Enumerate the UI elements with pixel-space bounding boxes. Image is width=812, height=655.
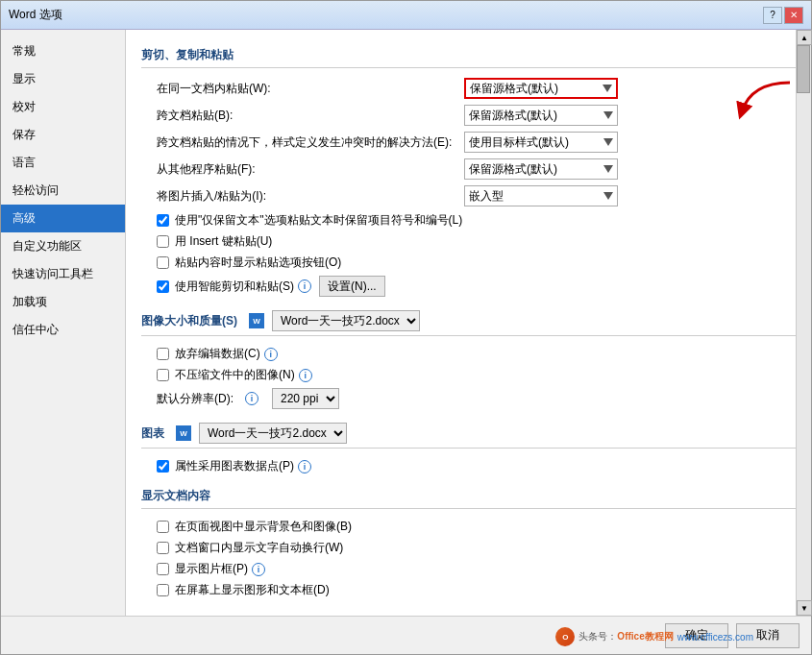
main-panel: 剪切、复制和粘贴 在同一文档内粘贴(W): 保留源格式(默认) 跨文档粘贴(B)… — [126, 30, 811, 616]
resolution-row: 默认分辨率(D): i 96 ppi 150 ppi 220 ppi 330 p… — [141, 388, 796, 409]
main-scroll-area[interactable]: 剪切、复制和粘贴 在同一文档内粘贴(W): 保留源格式(默认) 跨文档粘贴(B)… — [126, 30, 811, 616]
resolution-label: 默认分辨率(D): — [157, 391, 234, 407]
checkbox-insert-key-row: 用 Insert 键粘贴(U) — [141, 233, 796, 250]
checkbox-insert-key[interactable] — [157, 235, 169, 248]
word-options-window: Word 选项 ? ✕ 常规 显示 校对 保存 语言 轻松访问 高级 自定义功能… — [0, 0, 812, 655]
paste-same-doc-select[interactable]: 保留源格式(默认) — [464, 78, 618, 99]
sidebar-item-trust[interactable]: 信任中心 — [1, 316, 125, 344]
paste-other-program-label: 从其他程序粘贴(F): — [157, 161, 464, 178]
checkbox-bg-image-label[interactable]: 在页面视图中显示背景色和图像(B) — [175, 519, 352, 535]
checkbox-shapes-label[interactable]: 在屏幕上显示图形和文本框(D) — [175, 582, 330, 598]
picture-frame-info-icon[interactable]: i — [252, 563, 265, 576]
checkbox-keep-bullets-label[interactable]: 使用"仅保留文本"选项粘贴文本时保留项目符号和编号(L) — [175, 212, 462, 229]
smart-cut-settings-button[interactable]: 设置(N)... — [319, 276, 385, 297]
close-button[interactable]: ✕ — [784, 7, 803, 24]
paste-cross-doc-row: 跨文档粘贴(B): 保留源格式(默认) — [141, 105, 796, 126]
image-size-header-text: 图像大小和质量(S) — [141, 313, 237, 329]
sidebar-item-addins[interactable]: 加载项 — [1, 288, 125, 316]
checkbox-smart-cut-label[interactable]: 使用智能剪切和粘贴(S) — [175, 279, 294, 295]
scroll-thumb[interactable] — [797, 45, 810, 93]
paste-style-conflict-select[interactable]: 使用目标样式(默认) — [464, 132, 618, 153]
section-chart-header: 图表 W Word一天一技巧2.docx — [141, 423, 796, 449]
checkbox-chart-properties[interactable] — [157, 460, 169, 473]
scroll-up-button[interactable]: ▲ — [797, 30, 811, 45]
scroll-down-button[interactable]: ▼ — [797, 600, 811, 616]
checkbox-no-compress[interactable] — [157, 369, 169, 381]
sidebar-item-proofing[interactable]: 校对 — [1, 93, 125, 121]
checkbox-no-compress-label[interactable]: 不压缩文件中的图像(N) — [175, 367, 295, 383]
title-bar-left: Word 选项 — [9, 7, 62, 23]
scrollbar[interactable]: ▲ ▼ — [796, 30, 811, 616]
checkbox-keep-bullets-row: 使用"仅保留文本"选项粘贴文本时保留项目符号和编号(L) — [141, 212, 796, 229]
checkbox-bg-image[interactable] — [157, 521, 169, 533]
watermark-url: www.officezs.com — [677, 632, 753, 643]
chart-header-text: 图表 — [141, 425, 164, 442]
checkbox-keep-bullets[interactable] — [157, 214, 169, 227]
insert-image-row: 将图片插入/粘贴为(I): 嵌入型 — [141, 185, 796, 206]
watermark-logo: O — [555, 627, 575, 646]
checkbox-smart-cut[interactable] — [157, 280, 169, 293]
checkbox-smart-cut-row: 使用智能剪切和粘贴(S) i 设置(N)... — [141, 276, 796, 297]
checkbox-picture-frame[interactable] — [157, 563, 169, 575]
checkbox-discard-editing-label[interactable]: 放弃编辑数据(C) — [175, 346, 260, 362]
insert-image-select[interactable]: 嵌入型 — [464, 185, 618, 206]
chart-doc-select[interactable]: Word一天一技巧2.docx — [199, 423, 347, 444]
paste-cross-doc-select[interactable]: 保留源格式(默认) — [464, 105, 618, 126]
content-area: 常规 显示 校对 保存 语言 轻松访问 高级 自定义功能区 快速访问工具栏 加载… — [1, 30, 811, 616]
title-text: Word 选项 — [9, 7, 62, 23]
checkbox-discard-editing[interactable] — [157, 348, 169, 360]
paste-cross-doc-label: 跨文档粘贴(B): — [157, 108, 464, 124]
checkbox-chart-properties-label[interactable]: 属性采用图表数据点(P) — [175, 458, 294, 474]
watermark-text: 头条号：Office教程网 — [578, 630, 673, 643]
paste-other-program-row: 从其他程序粘贴(F): 保留源格式(默认) — [141, 158, 796, 180]
image-size-doc-select[interactable]: Word一天一技巧2.docx — [272, 310, 420, 331]
checkbox-paste-options-label[interactable]: 粘贴内容时显示粘贴选项按钮(O) — [175, 255, 341, 271]
bottom-bar: O 头条号：Office教程网 www.officezs.com 确定 取消 — [1, 616, 811, 654]
paste-same-doc-row: 在同一文档内粘贴(W): 保留源格式(默认) — [141, 78, 796, 99]
no-compress-info-icon[interactable]: i — [299, 369, 312, 382]
checkbox-paste-options-row: 粘贴内容时显示粘贴选项按钮(O) — [141, 255, 796, 271]
section-cut-copy-paste-header: 剪切、复制和粘贴 — [141, 47, 796, 68]
section-show-doc-header: 显示文档内容 — [141, 488, 796, 509]
sidebar-item-general[interactable]: 常规 — [1, 37, 125, 65]
insert-image-label: 将图片插入/粘贴为(I): — [157, 188, 464, 205]
paste-style-conflict-row: 跨文档粘贴的情况下，样式定义发生冲突时的解决方法(E): 使用目标样式(默认) — [141, 132, 796, 153]
smart-cut-info-icon[interactable]: i — [298, 279, 311, 293]
discard-editing-info-icon[interactable]: i — [264, 348, 278, 361]
checkbox-bg-image-row: 在页面视图中显示背景色和图像(B) — [141, 519, 796, 535]
show-doc-header-text: 显示文档内容 — [141, 489, 210, 502]
sidebar-item-quick-access[interactable]: 快速访问工具栏 — [1, 260, 125, 288]
paste-same-doc-label: 在同一文档内粘贴(W): — [157, 81, 464, 97]
paste-style-conflict-label: 跨文档粘贴的情况下，样式定义发生冲突时的解决方法(E): — [157, 134, 464, 151]
checkbox-insert-key-label[interactable]: 用 Insert 键粘贴(U) — [175, 233, 272, 250]
checkbox-no-compress-row: 不压缩文件中的图像(N) i — [141, 367, 796, 383]
checkbox-chart-properties-row: 属性采用图表数据点(P) i — [141, 458, 796, 474]
sidebar-item-display[interactable]: 显示 — [1, 65, 125, 93]
chart-properties-info-icon[interactable]: i — [298, 460, 311, 473]
checkbox-word-wrap[interactable] — [157, 542, 169, 554]
checkbox-word-wrap-label[interactable]: 文档窗口内显示文字自动换行(W) — [175, 540, 343, 556]
paste-other-program-select[interactable]: 保留源格式(默认) — [464, 158, 618, 180]
image-size-doc-icon: W — [249, 313, 264, 328]
sidebar-item-accessibility[interactable]: 轻松访问 — [1, 177, 125, 205]
section-image-size-header: 图像大小和质量(S) W Word一天一技巧2.docx — [141, 310, 796, 336]
sidebar-item-language[interactable]: 语言 — [1, 149, 125, 177]
title-bar-buttons: ? ✕ — [763, 7, 803, 24]
watermark: O 头条号：Office教程网 www.officezs.com — [555, 627, 753, 646]
checkbox-shapes[interactable] — [157, 584, 169, 596]
checkbox-paste-options[interactable] — [157, 256, 169, 269]
checkbox-picture-frame-row: 显示图片框(P) i — [141, 561, 796, 577]
sidebar-item-customize[interactable]: 自定义功能区 — [1, 232, 125, 260]
checkbox-word-wrap-row: 文档窗口内显示文字自动换行(W) — [141, 540, 796, 556]
resolution-info-icon[interactable]: i — [245, 392, 258, 405]
scroll-track — [797, 45, 811, 600]
checkbox-shapes-row: 在屏幕上显示图形和文本框(D) — [141, 582, 796, 598]
sidebar-item-advanced[interactable]: 高级 — [1, 205, 125, 232]
sidebar-item-save[interactable]: 保存 — [1, 121, 125, 149]
checkbox-discard-editing-row: 放弃编辑数据(C) i — [141, 346, 796, 362]
sidebar: 常规 显示 校对 保存 语言 轻松访问 高级 自定义功能区 快速访问工具栏 加载… — [1, 30, 126, 616]
help-button[interactable]: ? — [763, 7, 782, 24]
chart-doc-icon: W — [176, 425, 191, 441]
checkbox-picture-frame-label[interactable]: 显示图片框(P) — [175, 561, 248, 577]
resolution-select[interactable]: 96 ppi 150 ppi 220 ppi 330 ppi — [272, 388, 339, 409]
